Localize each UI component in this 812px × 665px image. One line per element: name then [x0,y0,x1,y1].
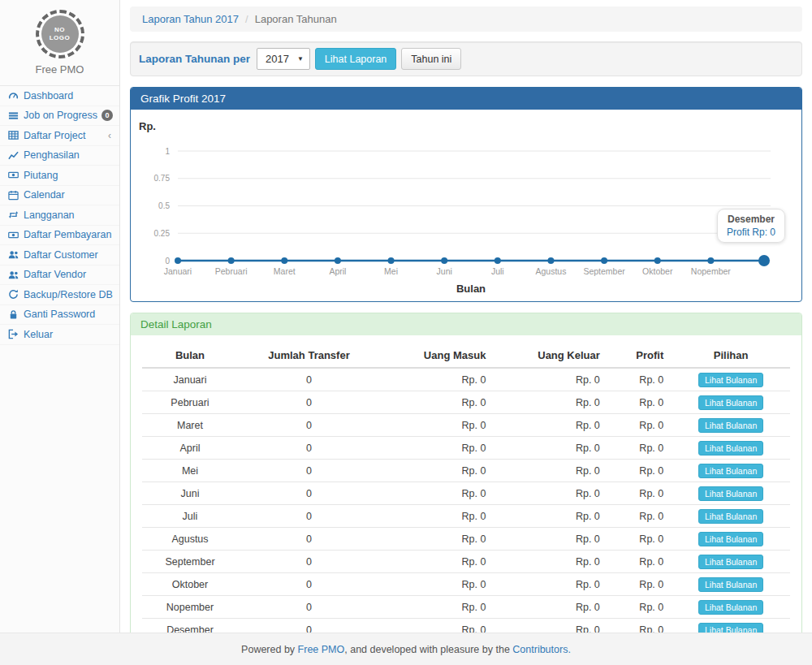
cell-uang-keluar: Rp. 0 [494,619,607,633]
page-footer: Powered by Free PMO, and developed with … [0,633,812,665]
sidebar-item-dashboard[interactable]: Dashboard [0,86,119,106]
cell-jumlah-transfer: 0 [238,573,380,596]
cell-bulan: Nopember [142,596,238,619]
tooltip-month: Desember [727,214,775,225]
free-pmo-link[interactable]: Free PMO [298,644,345,655]
cell-uang-masuk: Rp. 0 [380,505,494,528]
sidebar-item-ganti-password[interactable]: Ganti Password [0,305,119,326]
main-content: Laporan Tahun 2017 / Laporan Tahunan Lap… [120,0,812,633]
sidebar-item-calendar[interactable]: Calendar [0,186,119,206]
sidebar-item-daftar-project[interactable]: Daftar Project‹ [0,126,119,146]
cell-uang-keluar: Rp. 0 [494,460,607,482]
contributors-link[interactable]: Contributors. [512,644,571,655]
lihat-bulanan-button[interactable]: Lihat Bulanan [698,464,763,478]
sidebar-item-job-on-progress[interactable]: Job on Progress0 [0,106,119,127]
cell-profit: Rp. 0 [608,528,672,551]
count-badge: 0 [102,110,113,121]
cell-jumlah-transfer: 0 [238,505,380,528]
breadcrumb: Laporan Tahun 2017 / Laporan Tahunan [130,6,802,32]
users-icon [7,269,19,280]
cell-uang-keluar: Rp. 0 [494,437,607,460]
svg-text:September: September [583,266,625,276]
cell-bulan: Agustus [142,528,238,551]
chevron-left-icon: ‹ [108,130,113,141]
cell-profit: Rp. 0 [608,437,672,460]
cell-jumlah-transfer: 0 [238,596,380,619]
lihat-bulanan-button[interactable]: Lihat Bulanan [698,577,763,592]
lihat-bulanan-button[interactable]: Lihat Bulanan [698,509,763,524]
cell-uang-keluar: Rp. 0 [494,391,607,414]
sidebar-item-label: Keluar [24,329,113,340]
lihat-bulanan-button[interactable]: Lihat Bulanan [698,600,763,615]
cell-uang-masuk: Rp. 0 [380,482,494,505]
svg-text:April: April [329,266,346,276]
svg-text:Maret: Maret [274,266,296,276]
cell-jumlah-transfer: 0 [238,414,380,437]
cell-uang-keluar: Rp. 0 [494,551,607,573]
money-icon [7,229,19,240]
retweet-icon [7,209,19,221]
sidebar-item-label: Daftar Project [24,130,108,141]
cell-uang-keluar: Rp. 0 [494,596,607,619]
lihat-bulanan-button[interactable]: Lihat Bulanan [698,395,763,410]
year-select[interactable]: 2017 ▼ [257,48,310,70]
sidebar-item-label: Job on Progress [24,110,102,121]
cell-profit: Rp. 0 [608,619,672,633]
breadcrumb-current: Laporan Tahunan [255,13,337,25]
sidebar-item-langganan[interactable]: Langganan [0,205,119,226]
table-row: Nopember0Rp. 0Rp. 0Rp. 0Lihat Bulanan [142,596,790,619]
lihat-bulanan-button[interactable]: Lihat Bulanan [698,532,763,546]
cell-uang-masuk: Rp. 0 [380,551,494,573]
cell-bulan: Maret [142,414,238,437]
svg-text:Juli: Juli [491,266,504,276]
lihat-bulanan-button[interactable]: Lihat Bulanan [698,486,763,501]
svg-text:Januari: Januari [164,266,192,276]
sidebar-nav: DashboardJob on Progress0Daftar Project‹… [0,86,119,345]
lihat-bulanan-button[interactable]: Lihat Bulanan [698,373,763,387]
lihat-bulanan-button[interactable]: Lihat Bulanan [698,418,763,433]
lihat-bulanan-button[interactable]: Lihat Bulanan [698,441,763,456]
svg-text:Bulan: Bulan [456,283,486,295]
sidebar-item-keluar[interactable]: Keluar [0,325,119,345]
table-row: Pebruari0Rp. 0Rp. 0Rp. 0Lihat Bulanan [142,391,790,414]
svg-text:1: 1 [165,147,170,156]
breadcrumb-link-laporan-tahun[interactable]: Laporan Tahun 2017 [142,13,239,25]
cell-profit: Rp. 0 [608,414,672,437]
cell-profit: Rp. 0 [608,505,672,528]
tasks-icon [7,110,19,121]
no-logo-badge: NOLOGO [36,10,84,58]
svg-text:Mei: Mei [384,266,398,276]
table-row: Mei0Rp. 0Rp. 0Rp. 0Lihat Bulanan [142,460,790,482]
sidebar-item-label: Penghasilan [24,149,113,161]
sidebar-item-label: Daftar Customer [24,249,113,261]
tahun-ini-button[interactable]: Tahun ini [401,48,461,70]
brand-name: Free PMO [0,63,119,76]
sidebar-item-piutang[interactable]: Piutang [0,166,119,186]
table-row: April0Rp. 0Rp. 0Rp. 0Lihat Bulanan [142,437,790,460]
lihat-laporan-button[interactable]: Lihat Laporan [315,48,396,70]
table-row: Juni0Rp. 0Rp. 0Rp. 0Lihat Bulanan [142,482,790,505]
lihat-bulanan-button[interactable]: Lihat Bulanan [698,623,763,633]
column-header-uang-keluar: Uang Keluar [494,343,607,368]
app-window: NOLOGO Free PMO DashboardJob on Progress… [0,0,812,665]
lihat-bulanan-button[interactable]: Lihat Bulanan [698,555,763,569]
report-filter-bar: Laporan Tahunan per 2017 ▼ Lihat Laporan… [130,41,802,76]
detail-panel-title: Detail Laporan [131,313,801,335]
sidebar-item-backup-restore-db[interactable]: Backup/Restore DB [0,285,119,305]
cell-bulan: Oktober [142,573,238,596]
sidebar-item-penghasilan[interactable]: Penghasilan [0,146,119,166]
cell-uang-masuk: Rp. 0 [380,619,494,633]
sidebar-item-daftar-customer[interactable]: Daftar Customer [0,245,119,266]
cell-uang-masuk: Rp. 0 [380,391,494,414]
svg-text:Pebruari: Pebruari [215,266,248,276]
cell-jumlah-transfer: 0 [238,551,380,573]
svg-text:0.25: 0.25 [154,229,171,238]
sidebar-item-daftar-vendor[interactable]: Daftar Vendor [0,266,119,286]
cell-profit: Rp. 0 [608,391,672,414]
svg-text:0.75: 0.75 [154,174,171,183]
sidebar-item-label: Backup/Restore DB [24,289,113,300]
cell-uang-masuk: Rp. 0 [380,437,494,460]
cell-profit: Rp. 0 [608,551,672,573]
sidebar-item-daftar-pembayaran[interactable]: Daftar Pembayaran [0,226,119,246]
cell-bulan: Desember [142,619,238,633]
